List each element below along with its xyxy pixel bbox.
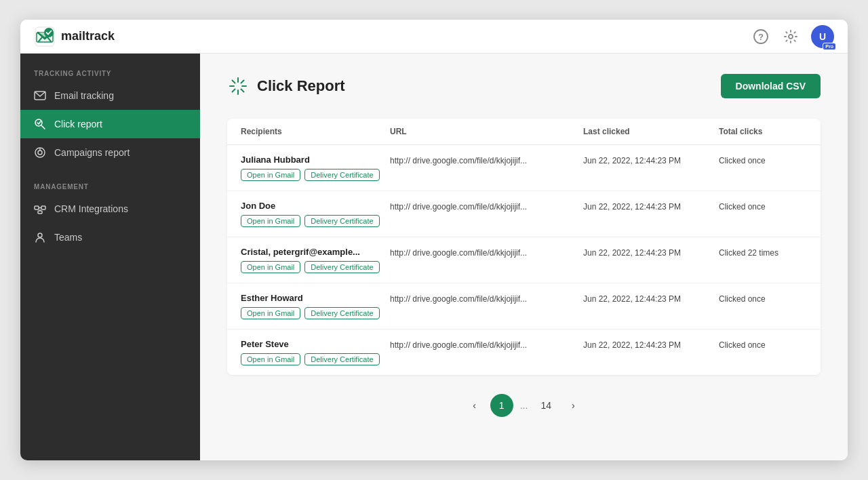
logo: mailtrack	[34, 26, 115, 47]
svg-line-26	[233, 89, 235, 92]
url-cell-2: http:// drive.google.com/file/d/kkjojiji…	[390, 247, 583, 258]
total-clicks-cell-0: Clicked once	[719, 155, 807, 165]
col-header-url: URL	[390, 127, 583, 136]
col-header-recipients: Recipients	[241, 127, 390, 136]
pagination-next-button[interactable]: ›	[561, 394, 585, 417]
help-icon[interactable]: ?	[751, 27, 770, 46]
table-header: Recipients URL Last clicked Total clicks	[227, 119, 821, 145]
total-clicks-cell-1: Clicked once	[719, 201, 807, 212]
url-cell-4: http:// drive.google.com/file/d/kkjojiji…	[390, 339, 583, 350]
open-in-gmail-tag-2[interactable]: Open in Gmail	[241, 261, 300, 273]
open-in-gmail-tag-0[interactable]: Open in Gmail	[241, 169, 300, 181]
tracking-activity-section-label: TRACKING ACTIVITY	[20, 64, 200, 81]
recipient-name-1: Jon Doe	[241, 201, 390, 211]
avatar-initials: U	[819, 31, 826, 42]
col-header-total-clicks: Total clicks	[719, 127, 807, 136]
svg-rect-14	[41, 206, 45, 209]
svg-line-23	[233, 81, 235, 83]
recipient-name-4: Peter Steve	[241, 339, 390, 349]
last-clicked-cell-0: Jun 22, 2022, 12:44:23 PM	[583, 155, 719, 165]
url-cell-1: http:// drive.google.com/file/d/kkjojiji…	[390, 201, 583, 212]
last-clicked-cell-3: Jun 22, 2022, 12:44:23 PM	[583, 293, 719, 304]
svg-point-6	[789, 35, 793, 39]
total-clicks-cell-3: Clicked once	[719, 293, 807, 304]
last-clicked-cell-4: Jun 22, 2022, 12:44:23 PM	[583, 339, 719, 350]
settings-icon[interactable]	[781, 27, 800, 46]
open-in-gmail-tag-3[interactable]: Open in Gmail	[241, 307, 300, 319]
tag-group-2: Open in Gmail Delivery Certificate	[241, 261, 390, 273]
recipient-cell-3: Esther Howard Open in Gmail Delivery Cer…	[241, 293, 390, 319]
table-row: Jon Doe Open in Gmail Delivery Certifica…	[227, 191, 821, 237]
logo-text: mailtrack	[61, 29, 115, 43]
recipient-cell-4: Peter Steve Open in Gmail Delivery Certi…	[241, 339, 390, 365]
sidebar-item-crm-integrations[interactable]: CRM Integrations	[20, 195, 200, 223]
recipient-name-3: Esther Howard	[241, 293, 390, 303]
url-cell-0: http:// drive.google.com/file/d/kkjojiji…	[390, 155, 583, 165]
content-header: Click Report Downlolad CSV	[227, 74, 821, 98]
tag-group-4: Open in Gmail Delivery Certificate	[241, 353, 390, 365]
click-report-sidebar-icon	[34, 118, 46, 130]
open-in-gmail-tag-1[interactable]: Open in Gmail	[241, 215, 300, 227]
svg-point-11	[38, 151, 42, 155]
topbar-right: ? U Pro	[751, 25, 834, 48]
delivery-certificate-tag-0[interactable]: Delivery Certificate	[304, 169, 379, 181]
pagination: ‹ 1 ... 14 ›	[227, 394, 821, 417]
url-cell-3: http:// drive.google.com/file/d/kkjojiji…	[390, 293, 583, 304]
teams-icon	[34, 231, 46, 243]
total-clicks-cell-2: Clicked 22 times	[719, 247, 807, 258]
avatar[interactable]: U Pro	[811, 25, 834, 48]
email-tracking-icon	[34, 89, 46, 102]
delivery-certificate-tag-1[interactable]: Delivery Certificate	[304, 215, 379, 227]
content-title-group: Click Report	[227, 75, 345, 97]
delivery-certificate-tag-4[interactable]: Delivery Certificate	[304, 353, 379, 365]
table-row: Peter Steve Open in Gmail Delivery Certi…	[227, 329, 821, 375]
table-row: Juliana Hubbard Open in Gmail Delivery C…	[227, 145, 821, 191]
pagination-page-1-button[interactable]: 1	[490, 394, 513, 417]
svg-line-25	[241, 81, 244, 83]
sidebar-item-label-campaigns-report: Campaigns report	[54, 147, 130, 158]
svg-text:?: ?	[758, 32, 764, 42]
svg-rect-16	[38, 211, 42, 214]
logo-icon	[34, 26, 56, 47]
campaigns-report-icon	[34, 146, 46, 159]
sidebar-item-email-tracking[interactable]: Email tracking	[20, 81, 200, 110]
management-section-label: MANAGEMENT	[20, 178, 200, 195]
data-table: Recipients URL Last clicked Total clicks…	[227, 119, 821, 375]
open-in-gmail-tag-4[interactable]: Open in Gmail	[241, 353, 300, 365]
tag-group-0: Open in Gmail Delivery Certificate	[241, 169, 390, 181]
pagination-page-14-button[interactable]: 14	[534, 394, 557, 417]
tag-group-3: Open in Gmail Delivery Certificate	[241, 307, 390, 319]
svg-point-18	[38, 233, 42, 237]
svg-point-3	[44, 28, 54, 37]
download-csv-button[interactable]: Downlolad CSV	[721, 74, 821, 98]
last-clicked-cell-2: Jun 22, 2022, 12:44:23 PM	[583, 247, 719, 258]
svg-line-24	[241, 89, 244, 92]
pagination-prev-button[interactable]: ‹	[463, 394, 486, 417]
recipient-cell-0: Juliana Hubbard Open in Gmail Delivery C…	[241, 155, 390, 181]
svg-line-9	[41, 125, 45, 129]
sidebar: TRACKING ACTIVITY Email tracking	[20, 54, 200, 460]
recipient-name-2: Cristal, petergrif@example...	[241, 247, 390, 257]
recipient-cell-1: Jon Doe Open in Gmail Delivery Certifica…	[241, 201, 390, 227]
sidebar-item-click-report[interactable]: Click report	[20, 110, 200, 138]
pro-badge: Pro	[823, 43, 836, 50]
content-area: Click Report Downlolad CSV Recipients UR…	[200, 54, 848, 460]
sidebar-item-campaigns-report[interactable]: Campaigns report	[20, 138, 200, 167]
crm-integrations-icon	[34, 203, 46, 215]
table-row: Cristal, petergrif@example... Open in Gm…	[227, 237, 821, 283]
sidebar-item-label-click-report: Click report	[54, 119, 102, 129]
delivery-certificate-tag-3[interactable]: Delivery Certificate	[304, 307, 379, 319]
delivery-certificate-tag-2[interactable]: Delivery Certificate	[304, 261, 379, 273]
total-clicks-cell-4: Clicked once	[719, 339, 807, 350]
main-layout: TRACKING ACTIVITY Email tracking	[20, 54, 848, 460]
sidebar-item-label-teams: Teams	[54, 232, 82, 243]
click-report-header-icon	[227, 75, 249, 97]
topbar: mailtrack ? U Pro	[20, 20, 848, 54]
app-window: mailtrack ? U Pro TRAC	[20, 20, 848, 460]
recipient-name-0: Juliana Hubbard	[241, 155, 390, 165]
sidebar-item-teams[interactable]: Teams	[20, 223, 200, 252]
sidebar-item-label-crm-integrations: CRM Integrations	[54, 203, 128, 214]
col-header-last-clicked: Last clicked	[583, 127, 719, 136]
sidebar-item-label-email-tracking: Email tracking	[54, 90, 114, 101]
recipient-cell-2: Cristal, petergrif@example... Open in Gm…	[241, 247, 390, 273]
